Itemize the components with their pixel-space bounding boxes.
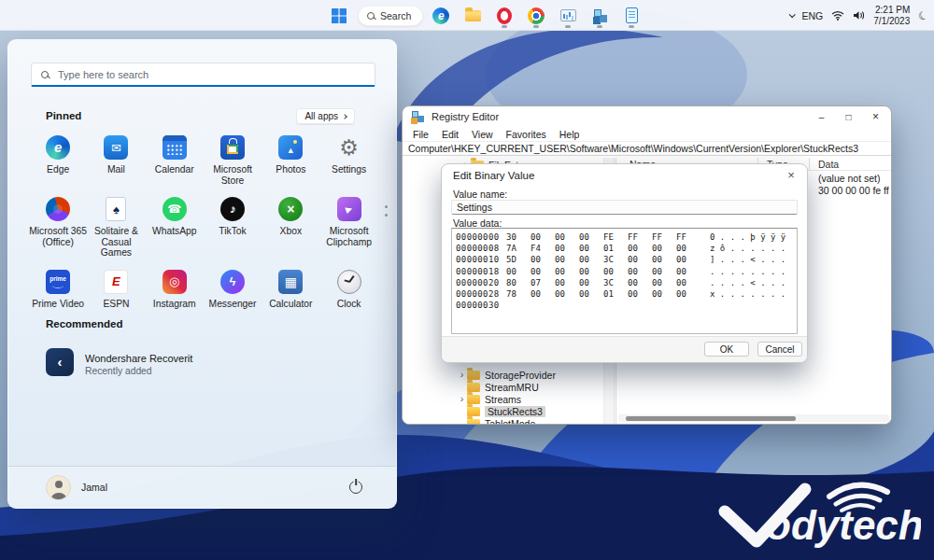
- language-indicator[interactable]: ENG: [802, 10, 824, 21]
- hex-byte: 00: [628, 254, 652, 265]
- app-clipchamp[interactable]: Microsoft Clipchamp: [320, 197, 378, 259]
- pinned-page-dots[interactable]: [385, 205, 388, 217]
- hex-byte: 7A: [506, 243, 531, 254]
- app-instagram[interactable]: Instagram: [146, 270, 204, 310]
- speaker-icon[interactable]: [853, 10, 865, 21]
- app-label: Instagram: [153, 299, 196, 310]
- tree-item-label: Streams: [485, 394, 521, 405]
- taskbar-app-icons: e: [430, 4, 643, 28]
- taskbar-search[interactable]: Search: [358, 6, 423, 26]
- app-solitaire[interactable]: Solitaire & Casual Games: [87, 197, 145, 259]
- window-title: Registry Editor: [432, 111, 499, 122]
- app-calculator[interactable]: Calculator: [262, 270, 319, 310]
- app-edge[interactable]: Edge: [29, 135, 87, 186]
- menu-favorites[interactable]: Favorites: [500, 129, 553, 140]
- task-manager-icon: [560, 9, 576, 21]
- hex-row: 000000105D0000003C000000] . . . < . . .: [456, 254, 797, 265]
- minimize-button[interactable]: –: [808, 106, 835, 127]
- taskbar-opera-button[interactable]: [493, 4, 516, 28]
- app-messenger[interactable]: Messenger: [204, 270, 262, 310]
- tree-item-label: StreamMRU: [485, 382, 539, 393]
- all-apps-button[interactable]: All apps: [296, 108, 355, 124]
- app-espn[interactable]: ESPN: [87, 270, 145, 310]
- value-name-label: Value name:: [453, 189, 507, 200]
- clipchamp-icon: [337, 197, 361, 221]
- instagram-icon: [163, 270, 187, 294]
- app-store[interactable]: Microsoft Store: [204, 135, 262, 186]
- taskbar-edge-button[interactable]: e: [430, 4, 452, 28]
- start-button[interactable]: [327, 4, 351, 28]
- whatsapp-icon: [163, 197, 187, 221]
- tree-item-label: StorageProvider: [485, 370, 556, 381]
- column-header-data[interactable]: Data: [818, 159, 839, 170]
- app-settings[interactable]: Settings: [320, 135, 378, 186]
- do-not-disturb-moon-icon[interactable]: ☾: [916, 7, 930, 23]
- maximize-button[interactable]: □: [835, 106, 862, 127]
- hex-byte: 00: [579, 266, 603, 277]
- taskbar-task-manager-button[interactable]: [557, 4, 579, 28]
- menu-help[interactable]: Help: [553, 129, 587, 140]
- app-m365[interactable]: Microsoft 365 (Office): [29, 197, 87, 259]
- tree-item-streammru[interactable]: StreamMRU: [403, 381, 603, 393]
- app-clock[interactable]: Clock: [320, 270, 378, 310]
- recommended-item-title: Wondershare Recoverit: [85, 353, 192, 364]
- app-mail[interactable]: Mail: [87, 135, 145, 186]
- registry-title-bar[interactable]: Registry Editor – □ ×: [403, 106, 891, 127]
- app-label: Mail: [107, 164, 125, 175]
- menu-file[interactable]: File: [406, 129, 435, 140]
- horizontal-scrollbar[interactable]: [618, 414, 889, 422]
- hex-row: 000000287800000001000000x . . . . . . .: [456, 288, 797, 300]
- ok-button[interactable]: OK: [704, 342, 749, 357]
- start-search-input[interactable]: Type here to search: [31, 63, 375, 87]
- tree-item-stuckrects3[interactable]: StuckRects3: [403, 405, 603, 417]
- menu-edit[interactable]: Edit: [435, 129, 465, 140]
- chevron-right-icon: [342, 114, 347, 119]
- app-photos[interactable]: Photos: [262, 135, 319, 186]
- hex-byte: 00: [531, 266, 555, 277]
- cancel-button[interactable]: Cancel: [757, 342, 802, 357]
- app-xbox[interactable]: Xbox: [262, 197, 319, 259]
- recommended-item[interactable]: Wondershare Recoverit Recently added: [46, 348, 192, 381]
- app-prime[interactable]: Prime Video: [29, 270, 87, 310]
- recoverit-icon: [46, 348, 74, 376]
- recommended-item-subtitle: Recently added: [85, 366, 192, 376]
- tree-item-streams[interactable]: ›Streams: [403, 393, 603, 405]
- menu-view[interactable]: View: [465, 129, 500, 140]
- hex-byte: FF: [676, 231, 700, 243]
- hex-byte: 00: [506, 266, 531, 277]
- hex-byte: 00: [555, 254, 579, 265]
- taskbar-file-explorer-button[interactable]: [461, 4, 484, 28]
- taskbar-registry-editor-button[interactable]: [588, 4, 611, 28]
- app-label: Microsoft Store: [204, 164, 262, 186]
- taskbar-clock[interactable]: 2:21 PM 7/1/2023: [873, 5, 910, 26]
- taskbar-notepad-button[interactable]: [620, 4, 643, 28]
- hex-offset: 00000018: [456, 266, 506, 277]
- user-avatar[interactable]: [46, 475, 71, 500]
- taskbar-chrome-button[interactable]: [525, 4, 547, 28]
- desktop: Search e ENG 2:21 PM 7/1/2023 ☾: [0, 0, 934, 560]
- power-button[interactable]: [349, 481, 362, 494]
- tree-item-tabletmode[interactable]: TabletMode: [403, 417, 603, 424]
- window-controls: – □ ×: [808, 106, 889, 127]
- app-calendar[interactable]: Calendar: [146, 135, 204, 186]
- user-name[interactable]: Jamal: [81, 482, 107, 493]
- value-name-field[interactable]: Settings: [451, 200, 798, 215]
- close-button[interactable]: ×: [862, 106, 889, 127]
- wifi-icon[interactable]: [831, 10, 844, 21]
- settings-icon: [337, 135, 361, 160]
- hex-byte: 00: [652, 254, 676, 265]
- hex-byte: 00: [676, 254, 700, 265]
- hidden-icons-chevron-icon[interactable]: [788, 11, 795, 18]
- dialog-close-icon[interactable]: ×: [784, 167, 799, 182]
- scrollbar-thumb[interactable]: [626, 416, 796, 421]
- tree-item-storageprovider[interactable]: ›StorageProvider: [403, 369, 603, 381]
- taskbar-search-label: Search: [380, 10, 411, 21]
- vodytech-watermark: odytech: [717, 474, 921, 554]
- expander-chevron-icon[interactable]: ›: [457, 370, 467, 380]
- expander-chevron-icon[interactable]: ›: [457, 394, 467, 404]
- address-bar[interactable]: Computer\HKEY_CURRENT_USER\Software\Micr…: [403, 141, 891, 156]
- app-whatsapp[interactable]: WhatsApp: [146, 197, 204, 259]
- column-separator[interactable]: [809, 158, 810, 171]
- app-tiktok[interactable]: TikTok: [204, 197, 262, 259]
- hex-editor[interactable]: 0000000030000000FEFFFFFF0 . . . þ ÿ ÿ ÿ0…: [451, 228, 798, 334]
